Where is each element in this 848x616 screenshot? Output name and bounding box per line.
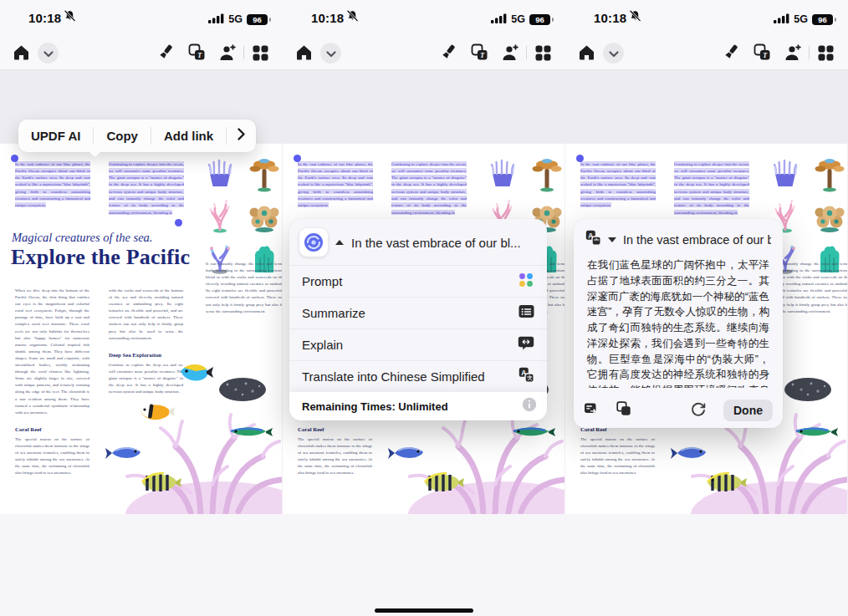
page-dropdown-button[interactable] [320,43,341,64]
selection-handle-start[interactable] [576,155,584,162]
translation-header[interactable]: A In the vast embrace of our bl... [574,219,783,256]
home-button[interactable] [578,44,595,64]
toolbar-divider [243,46,244,59]
prompt-dots-icon [518,272,534,292]
selected-text-column-1: In the vast embrace of our blue planet, … [15,160,90,209]
menu-item-explain[interactable]: Explain [289,328,547,360]
body-paragraph: When we dive deep into the bottom of the… [15,288,89,416]
phone-panel-3: 10:18 5G 96 T In the vast embrace of our… [565,0,848,616]
home-indicator[interactable] [375,608,473,613]
regenerate-button[interactable] [690,401,707,420]
coral-image-grid [204,155,281,274]
context-menu-item-updf-ai[interactable]: UPDF AI [18,120,93,152]
info-icon[interactable] [522,397,537,415]
pages-text-icon: T [753,49,771,64]
reef-photo-illustration [102,359,282,514]
apps-grid-button[interactable] [535,45,551,64]
toolbar-divider [809,46,810,59]
marker-pen-icon [157,49,175,64]
document-subtitle: Magical creatures of the sea. [12,231,152,245]
status-left: 10:18 [311,10,359,25]
remaining-times-bar: Remaining Times: Unlimited [289,392,547,420]
coral-pink-branch-image [204,196,236,233]
caret-up-icon [335,240,344,245]
coral-anemone-image [204,155,236,192]
coral-mushroom-image [814,155,845,192]
muted-bell-icon [629,10,641,25]
markup-button[interactable] [440,43,457,64]
pages-text-icon: T [188,49,206,64]
toolbar: T [565,35,848,70]
translation-footer: Done [574,393,783,428]
chevron-right-icon [238,128,245,144]
context-menu-more-button[interactable] [227,128,256,144]
screenshot-canvas: 10:18 5G 96 T In the vast embrace of our… [0,0,848,616]
home-button[interactable] [295,44,313,64]
refresh-icon [690,405,707,420]
body-paragraph: The special mucus on the surface of clow… [15,436,89,477]
share-collaborate-button[interactable] [218,43,237,64]
fish-blue-tang [181,364,213,380]
menu-item-prompt[interactable]: Prompt [289,265,547,297]
toolbar-divider [526,46,527,59]
phone-panel-1: 10:18 5G 96 T In the vast embrace of our… [0,0,283,616]
selected-text-column-2: Continuing to explore deeper into the oc… [391,160,467,216]
page-edit-button[interactable]: T [753,43,771,64]
home-icon [295,49,313,64]
fish-blue [105,448,140,460]
document-page[interactable]: In the vast embrace of our blue planet, … [0,144,283,514]
selected-text-column-2: Continuing to explore deeper into the oc… [109,160,184,216]
markup-button[interactable] [157,43,175,64]
replace-icon [584,405,600,419]
body-paragraph: The special mucus on the surface of clow… [298,436,372,477]
selection-handle-start[interactable] [11,155,18,162]
toolbar: T [0,35,283,70]
marker-pen-icon [723,49,740,64]
apps-grid-button[interactable] [253,45,268,64]
updf-ai-action-menu: In the vast embrace of our bl... Prompt … [289,219,547,420]
coral-anemone-image [769,155,801,192]
puffer-rock [784,378,831,401]
body-column-1: When we dive deep into the bottom of the… [15,288,89,476]
time-label: 10:18 [28,11,61,25]
share-collaborate-button[interactable] [784,43,802,64]
chevron-down-icon [609,46,619,61]
copy-icon [616,405,631,419]
status-left: 10:18 [28,10,76,25]
deep-sea-heading: Deep Sea Exploration [109,350,183,359]
translation-title: In the vast embrace of our bl... [623,233,771,247]
done-button[interactable]: Done [723,400,773,421]
chevron-down-icon [326,46,336,61]
menu-item-translate[interactable]: Translate into Chinese Simplified A [289,360,547,392]
markup-button[interactable] [723,43,740,64]
copy-result-button[interactable] [616,401,631,420]
replace-button[interactable] [584,402,600,420]
grid-icon [253,49,268,64]
menu-item-summarize[interactable]: Summarize [289,297,547,328]
context-menu-item-add-link[interactable]: Add link [151,120,226,152]
status-bar: 10:18 5G 96 [283,0,565,35]
share-collaborate-button[interactable] [501,43,519,64]
selection-handle-start[interactable] [294,155,301,162]
ai-menu-header[interactable]: In the vast embrace of our bl... [289,219,547,265]
network-label: 5G [511,13,525,25]
muted-bell-icon [346,10,359,25]
status-right: 5G 96 [491,12,550,27]
chevron-down-icon [43,46,54,61]
coral-polyp-image [248,196,280,233]
home-button[interactable] [13,44,30,64]
home-icon [578,49,595,64]
selection-handle-end[interactable] [175,219,182,227]
workspace-background [565,70,848,144]
context-menu-item-copy[interactable]: Copy [94,120,151,152]
page-dropdown-button[interactable] [603,43,624,64]
page-edit-button[interactable]: T [471,43,488,64]
translate-icon: A [519,367,534,386]
page-edit-button[interactable]: T [188,43,206,64]
cellular-signal-icon [774,12,789,27]
status-left: 10:18 [594,10,641,25]
fish-blue [671,448,706,460]
apps-grid-button[interactable] [818,45,834,64]
translation-text: 在我们蓝色星球的广阔怀抱中，太平洋占据了地球表面面积的约三分之一。其深邃而广袤的… [574,256,783,388]
page-dropdown-button[interactable] [38,43,59,64]
